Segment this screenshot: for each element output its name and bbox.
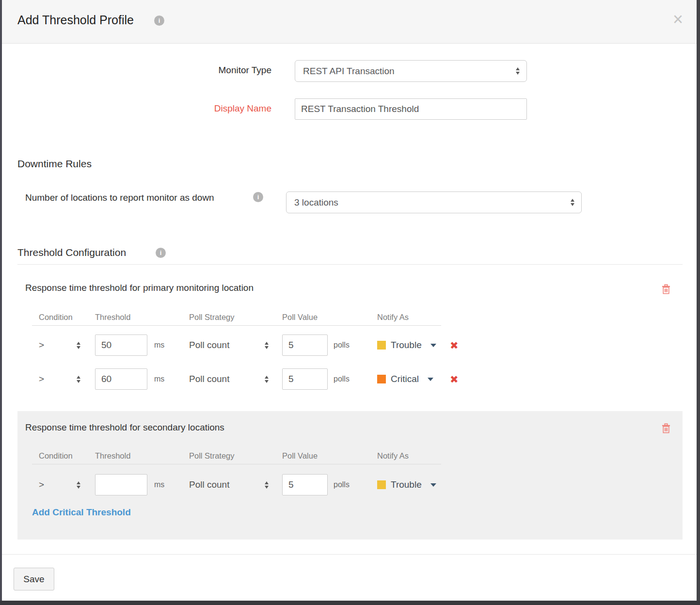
col-condition: Condition [39,313,73,322]
col-poll-strategy: Poll Strategy [189,451,235,461]
page-background-edge [0,0,2,601]
col-threshold: Threshold [95,451,130,461]
trash-icon[interactable] [661,284,671,297]
col-condition: Condition [39,451,73,461]
poll-value-input[interactable] [282,474,328,495]
section-divider [17,264,683,265]
poll-unit: polls [334,341,350,350]
col-poll-value: Poll Value [282,313,318,322]
caret-down-icon [430,483,436,487]
poll-strategy-select[interactable]: Poll count [189,340,269,350]
locations-select[interactable]: 3 locations [286,191,582,213]
spinner-arrows-icon [571,199,574,206]
spinner-arrows-icon [516,67,520,75]
threshold-input[interactable] [95,474,147,495]
monitor-type-select[interactable]: REST API Transaction [295,60,527,82]
condition-select[interactable]: > [39,374,80,384]
threshold-configuration-heading: Threshold Configuration [17,247,126,258]
table-header-rule [32,464,441,464]
severity-swatch [377,341,386,350]
threshold-row: > ms Poll count polls Critical ✖ [0,368,700,390]
notify-as-select[interactable]: Trouble [377,479,436,490]
table-header-rule [32,325,441,326]
monitor-type-value: REST API Transaction [303,66,516,77]
col-poll-value: Poll Value [282,451,318,461]
footer-divider [0,554,700,555]
display-name-input[interactable] [295,98,527,120]
primary-section-title: Response time threshold for primary moni… [25,283,254,293]
condition-value: > [39,479,44,490]
threshold-unit: ms [154,480,164,489]
page-background-edge [697,0,700,601]
notify-as-value: Critical [391,374,419,384]
condition-select[interactable]: > [39,479,80,490]
delete-row-icon[interactable]: ✖ [450,340,459,350]
caret-down-icon [428,378,433,381]
poll-strategy-select[interactable]: Poll count [189,374,269,384]
col-notify-as: Notify As [377,313,409,322]
poll-strategy-value: Poll count [189,340,229,350]
poll-value-input[interactable] [282,334,328,356]
threshold-row: > ms Poll count polls Trouble [0,474,700,495]
notify-as-select[interactable]: Critical [377,374,433,384]
trash-icon[interactable] [661,423,671,436]
condition-select[interactable]: > [39,340,80,350]
page-background-edge [0,601,700,605]
spinner-arrows-icon [265,376,269,383]
modal-title: Add Threshold Profile [17,13,134,27]
add-critical-threshold-link[interactable]: Add Critical Threshold [32,507,131,518]
threshold-input[interactable] [95,334,147,356]
locations-value: 3 locations [294,197,571,208]
locations-label: Number of locations to report monitor as… [25,192,214,203]
col-threshold: Threshold [95,313,130,322]
spinner-arrows-icon [265,481,269,489]
threshold-unit: ms [154,341,164,350]
spinner-arrows-icon [77,481,80,489]
close-icon[interactable]: × [673,11,683,28]
info-icon[interactable]: i [154,16,164,26]
notify-as-value: Trouble [391,340,422,350]
severity-swatch [377,480,386,489]
display-name-label: Display Name [116,103,271,114]
condition-value: > [39,374,44,384]
threshold-unit: ms [154,375,164,383]
monitor-type-label: Monitor Type [116,65,271,76]
downtime-rules-heading: Downtime Rules [17,158,92,170]
col-notify-as: Notify As [377,451,409,461]
notify-as-select[interactable]: Trouble [377,340,436,350]
caret-down-icon [430,344,436,347]
severity-swatch [377,375,386,383]
threshold-input[interactable] [95,368,147,390]
poll-strategy-select[interactable]: Poll count [189,479,269,490]
info-icon[interactable]: i [253,192,263,202]
poll-strategy-value: Poll count [189,374,229,384]
info-icon[interactable]: i [156,248,166,258]
condition-value: > [39,340,44,350]
threshold-row: > ms Poll count polls Trouble ✖ [0,334,700,356]
poll-strategy-value: Poll count [189,479,229,490]
poll-unit: polls [334,375,350,383]
save-button[interactable]: Save [14,568,54,590]
add-threshold-profile-modal: Add Threshold Profile i × Monitor Type R… [0,0,700,605]
col-poll-strategy: Poll Strategy [189,313,235,322]
spinner-arrows-icon [265,342,269,349]
delete-row-icon[interactable]: ✖ [450,374,459,384]
poll-unit: polls [334,480,350,489]
secondary-section-title: Response time threshold for secondary lo… [25,422,224,433]
notify-as-value: Trouble [391,479,422,490]
spinner-arrows-icon [77,342,80,349]
spinner-arrows-icon [77,376,80,383]
poll-value-input[interactable] [282,368,328,390]
